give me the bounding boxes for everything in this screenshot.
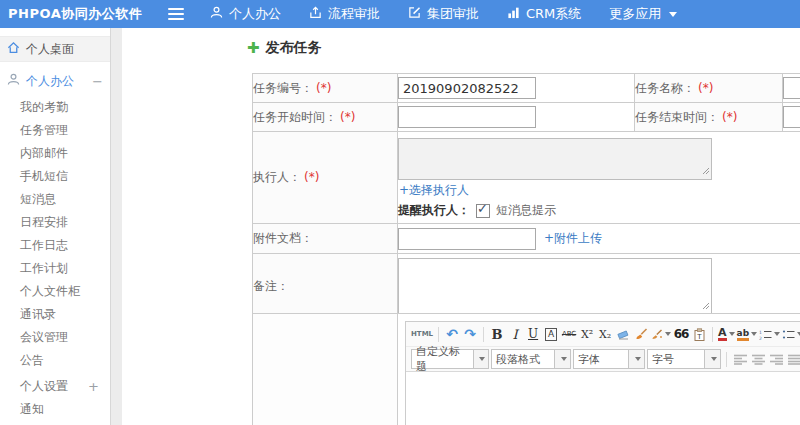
sidebar-item-notice[interactable]: 通知 [0,398,110,421]
sidebar-item-label: 通知 [20,402,44,416]
undo-button[interactable]: ↶ [444,325,460,343]
paste-button[interactable]: T [691,325,707,343]
sidebar-group-personal-settings[interactable]: 个人设置 + [0,375,110,398]
nav-label: 个人办公 [229,5,281,23]
nav-item-group-approval[interactable]: 集团审批 [394,0,493,28]
italic-button[interactable]: I [507,325,523,343]
nav-item-more-apps[interactable]: 更多应用 [595,0,691,28]
sms-remind-checkbox[interactable] [476,204,490,218]
sidebar-group-personal-office[interactable]: 个人办公 − [0,69,110,93]
editor-toolbar-row2: 自定义标题 段落格式 字体 字号 [406,347,800,372]
format-painter-icon [651,329,663,340]
caret-down-icon [635,357,641,361]
content-label-cell [253,314,398,425]
eraser-button[interactable] [615,325,631,343]
task-no-input[interactable] [398,77,536,99]
justify-button[interactable] [786,350,800,368]
nav-item-crm[interactable]: CRM系统 [493,0,595,28]
html-source-button[interactable]: HTML [411,325,433,343]
caret-down-icon [711,357,717,361]
sidebar-item-desktop[interactable]: 个人桌面 [0,36,110,62]
task-name-label-cell: 任务名称：(*) [635,74,783,103]
sidebar-item-contacts[interactable]: 通讯录 [0,303,110,326]
nav-item-flow-approval[interactable]: 流程审批 [295,0,394,28]
sidebar-item-announcement[interactable]: 公告 [0,349,110,372]
sidebar-item-file-cabinet[interactable]: 个人文件柜 [0,280,110,303]
table-row: 任务开始时间：(*) 任务结束时间：(*) [253,103,800,132]
font-border-button[interactable]: A [545,328,557,341]
subscript-button[interactable]: X₂ [597,325,613,343]
remind-executor-label: 提醒执行人： [398,202,470,219]
publish-task-form: 任务编号：(*) 任务名称：(*) 任务开始时间：(*) 任务结束时间：(*) [252,73,800,320]
resize-grip-icon[interactable] [702,164,710,178]
content-editor-row: HTML ↶ ↷ B I U A ABC X² X₂ [252,313,800,425]
bar-chart-icon [507,6,520,22]
sidebar-item-work-log[interactable]: 工作日志 [0,234,110,257]
sidebar-item-work-plan[interactable]: 工作计划 [0,257,110,280]
upload-attachment-link[interactable]: +附件上传 [544,230,602,247]
start-time-label-cell: 任务开始时间：(*) [253,103,398,132]
font-size-select[interactable]: 字号 [647,349,721,369]
sidebar-item-meeting[interactable]: 会议管理 [0,326,110,349]
blockquote-button[interactable]: 66 [673,325,689,343]
sidebar-item-schedule[interactable]: 日程安排 [0,211,110,234]
sidebar-group-label: 个人办公 [26,73,74,90]
nav-item-personal-office[interactable]: 个人办公 [196,0,295,28]
justify-icon [788,354,800,365]
align-left-button[interactable] [732,350,748,368]
executor-textarea[interactable] [398,138,712,180]
nav-label: CRM系统 [526,5,581,23]
top-nav: 个人办公 流程审批 集团审批 CRM系统 更多应用 [196,0,691,28]
app-window: PHPOA协同办公软件 个人办公 流程审批 集团审批 CRM系统 更多应用 [0,0,800,425]
attachment-input[interactable] [398,228,536,250]
task-name-input[interactable] [783,77,800,99]
custom-title-select[interactable]: 自定义标题 [411,349,489,369]
select-executor-link[interactable]: +选择执行人 [399,182,800,199]
sidebar-item-sms[interactable]: 手机短信 [0,165,110,188]
editor-content-area[interactable] [406,372,800,425]
sidebar-item-attendance[interactable]: 我的考勤 [0,96,110,119]
caret-down-icon [479,357,485,361]
ordered-list-button[interactable]: 12 [759,325,780,343]
hamburger-menu-icon[interactable] [168,8,184,23]
caret-down-icon [774,332,780,336]
underline-button[interactable]: U [525,325,541,343]
redo-button[interactable]: ↷ [462,325,478,343]
start-time-input[interactable] [398,106,536,128]
unordered-list-icon [782,329,795,340]
ordered-list-icon: 12 [759,329,772,340]
bold-button[interactable]: B [489,325,505,343]
font-family-select[interactable]: 字体 [573,349,645,369]
task-no-label-cell: 任务编号：(*) [253,74,398,103]
svg-text:2: 2 [759,335,762,340]
strikethrough-button[interactable]: ABC [561,325,577,343]
top-navbar: PHPOA协同办公软件 个人办公 流程审批 集团审批 CRM系统 更多应用 [0,0,800,28]
collapse-minus-icon[interactable]: − [92,74,103,89]
highlight-color-button[interactable]: ab [737,325,758,343]
unordered-list-button[interactable] [782,325,800,343]
align-right-button[interactable] [768,350,784,368]
remark-textarea[interactable] [398,258,712,315]
format-brush-button[interactable] [633,325,649,343]
format-painter-button[interactable] [651,325,671,343]
font-color-button[interactable]: A [718,325,735,343]
required-mark: (*) [304,170,319,184]
table-row: 备注： [253,254,800,320]
end-time-input[interactable] [783,106,800,128]
flow-approve-icon [309,6,322,22]
superscript-button[interactable]: X² [579,325,595,343]
table-row: 任务编号：(*) 任务名称：(*) [253,74,800,103]
sidebar-item-internal-mail[interactable]: 内部邮件 [0,142,110,165]
sidebar-item-label: 个人桌面 [26,41,74,58]
nav-label: 集团审批 [427,5,479,23]
eraser-icon [617,329,630,340]
resize-grip-icon[interactable] [702,299,710,313]
svg-text:T: T [696,332,702,340]
paragraph-format-select[interactable]: 段落格式 [491,349,571,369]
svg-text:1: 1 [759,329,762,334]
user-icon [210,6,223,22]
align-center-button[interactable] [750,350,766,368]
expand-plus-icon[interactable]: + [88,375,99,398]
sidebar-item-short-message[interactable]: 短消息 [0,188,110,211]
sidebar-item-task-management[interactable]: 任务管理 [0,119,110,142]
